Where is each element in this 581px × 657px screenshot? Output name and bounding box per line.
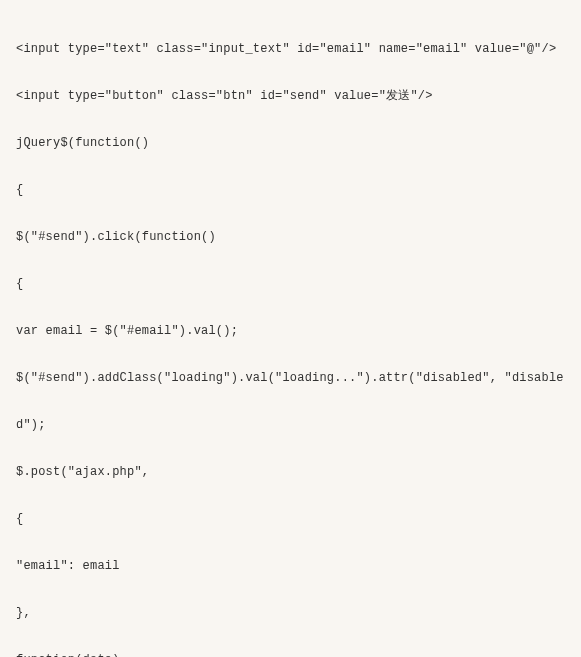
code-block: <input type="text" class="input_text" id… [0,12,581,657]
